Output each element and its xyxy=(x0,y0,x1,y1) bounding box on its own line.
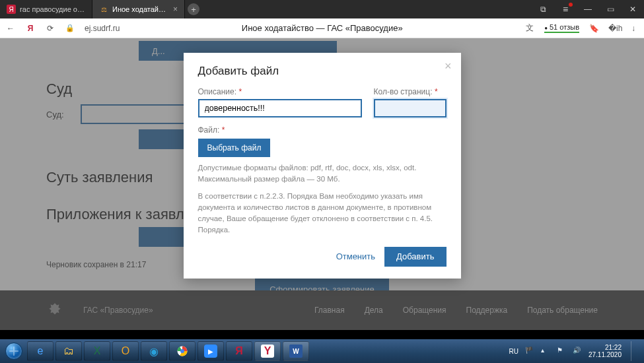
window-maximize-button[interactable]: ▭ xyxy=(599,0,622,18)
tray-clock[interactable]: 21:22 27.11.2020 xyxy=(589,344,622,358)
nav-reload-button[interactable]: ⟳ xyxy=(45,24,55,33)
tray-time: 21:22 xyxy=(589,344,622,351)
procedure-hint: В соответствии с п.2.2.3. Порядка Вам не… xyxy=(198,191,447,236)
taskbar-word-button[interactable]: W xyxy=(283,341,309,361)
taskbar-edge-button[interactable]: ◉ xyxy=(141,341,167,361)
taskbar-yandex-button[interactable]: Я xyxy=(226,341,252,361)
yandex-favicon-icon: Я xyxy=(7,5,16,14)
lock-icon: 🔒 xyxy=(65,24,75,32)
window-copy-button[interactable]: ⧉ xyxy=(532,0,554,18)
taskbar-excel-button[interactable]: X xyxy=(84,341,110,361)
add-file-modal: × Добавить файл Описание: * Кол-во стран… xyxy=(184,53,461,279)
tray-date: 27.11.2020 xyxy=(589,351,622,358)
url-text[interactable]: ej.sudrf.ru xyxy=(85,24,120,33)
page-title: Иное ходатайство — ГАС «Правосудие» xyxy=(129,23,515,33)
description-input[interactable] xyxy=(198,99,362,117)
show-desktop-button[interactable] xyxy=(631,341,637,361)
tab-title: Иное ходатайство — Г... xyxy=(112,5,169,13)
notification-dot-icon xyxy=(569,3,573,7)
modal-add-button[interactable]: Добавить xyxy=(384,247,446,267)
translate-icon[interactable]: 文 xyxy=(524,22,535,34)
taskbar-zoom-button[interactable]: ▶ xyxy=(197,341,224,361)
tray-action-center-icon[interactable]: ⚑ xyxy=(557,346,566,356)
browser-tab-inactive[interactable]: Я гас правосудие официаль xyxy=(0,0,92,18)
start-button[interactable] xyxy=(3,341,25,361)
windows-taskbar: e 🗂 X O ◉ ▶ Я Y W RU 🏴 ▴ ⚑ 🔊 21:22 27.11… xyxy=(0,339,644,363)
taskbar-chrome-button[interactable] xyxy=(169,341,196,361)
taskbar-ie-button[interactable]: e xyxy=(27,341,54,361)
pages-input[interactable] xyxy=(374,99,447,117)
tab-title: гас правосудие официаль xyxy=(20,5,85,13)
system-tray: RU 🏴 ▴ ⚑ 🔊 21:22 27.11.2020 xyxy=(509,341,641,361)
window-minimize-button[interactable]: — xyxy=(577,0,599,18)
tray-language[interactable]: RU xyxy=(509,348,518,355)
file-format-hint: Допустимые форматы файлов: pdf, rtf, doc… xyxy=(198,162,447,185)
modal-cancel-button[interactable]: Отменить xyxy=(336,251,375,261)
reviews-badge[interactable]: 51 отзыв xyxy=(544,23,579,33)
file-label: Файл: * xyxy=(198,125,447,135)
svg-point-1 xyxy=(180,349,184,353)
tray-flag-icon[interactable]: 🏴 xyxy=(525,346,534,356)
tab-close-icon[interactable]: × xyxy=(173,5,178,14)
justice-favicon-icon: ⚖ xyxy=(99,5,108,14)
download-icon[interactable]: ↓ xyxy=(628,24,639,33)
yandex-home-button[interactable]: Я xyxy=(25,24,36,33)
extension-icon[interactable]: �ih xyxy=(608,24,619,33)
taskbar-outlook-button[interactable]: O xyxy=(112,341,139,361)
page-viewport: Д... Суд Суд: Суть заявления Приложения … xyxy=(0,38,644,330)
taskbar-browser-active-button[interactable]: Y xyxy=(254,341,281,361)
bookmark-icon[interactable]: 🔖 xyxy=(589,24,599,33)
plus-icon: + xyxy=(188,3,199,15)
browser-tab-active[interactable]: ⚖ Иное ходатайство — Г... × xyxy=(92,0,185,18)
browser-address-bar: ← Я ⟳ 🔒 ej.sudrf.ru Иное ходатайство — Г… xyxy=(0,18,644,38)
window-close-button[interactable]: ✕ xyxy=(622,0,644,18)
windows-orb-icon xyxy=(5,343,22,360)
nav-back-button[interactable]: ← xyxy=(5,24,16,33)
choose-file-button[interactable]: Выбрать файл xyxy=(198,139,271,157)
modal-title: Добавить файл xyxy=(198,65,447,78)
new-tab-button[interactable]: + xyxy=(185,0,202,18)
taskbar-explorer-button[interactable]: 🗂 xyxy=(55,341,82,361)
tray-up-icon[interactable]: ▴ xyxy=(541,346,550,356)
browser-titlebar: Я гас правосудие официаль ⚖ Иное ходатай… xyxy=(0,0,644,18)
description-label: Описание: * xyxy=(198,87,362,96)
modal-close-button[interactable]: × xyxy=(445,59,452,73)
tray-volume-icon[interactable]: 🔊 xyxy=(573,346,582,356)
window-menu-button[interactable]: ≡ xyxy=(554,0,577,18)
pages-label: Кол-во страниц: * xyxy=(374,87,447,96)
